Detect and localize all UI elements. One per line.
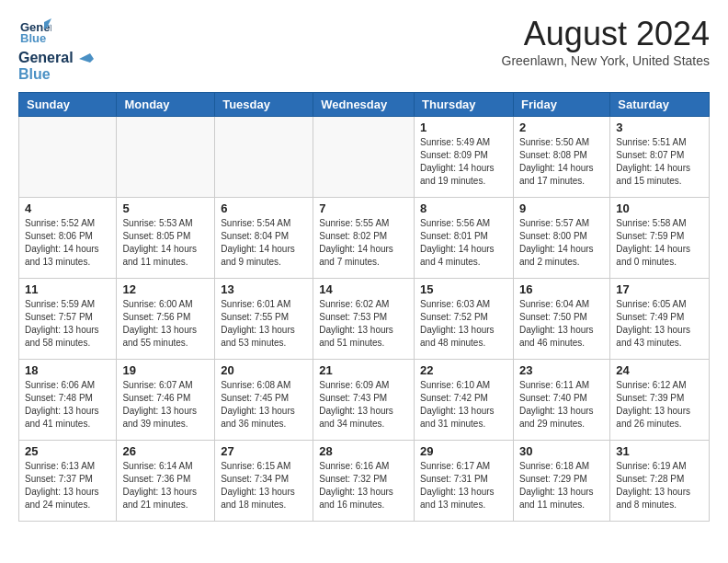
day-info: Sunrise: 5:52 AM Sunset: 8:06 PM Dayligh… [25, 217, 110, 269]
calendar-header-row: Sunday Monday Tuesday Wednesday Thursday… [19, 93, 710, 117]
day-info: Sunrise: 6:08 AM Sunset: 7:45 PM Dayligh… [221, 379, 307, 431]
day-number: 21 [319, 363, 408, 377]
calendar-cell: 4Sunrise: 5:52 AM Sunset: 8:06 PM Daylig… [19, 198, 117, 279]
day-info: Sunrise: 5:55 AM Sunset: 8:02 PM Dayligh… [319, 217, 408, 269]
day-number: 14 [319, 282, 408, 296]
day-number: 22 [420, 363, 507, 377]
calendar-table: Sunday Monday Tuesday Wednesday Thursday… [18, 92, 710, 522]
day-number: 15 [420, 282, 507, 296]
day-info: Sunrise: 6:16 AM Sunset: 7:32 PM Dayligh… [319, 460, 408, 511]
day-info: Sunrise: 6:10 AM Sunset: 7:42 PM Dayligh… [420, 379, 507, 431]
col-saturday: Saturday [610, 93, 710, 117]
day-info: Sunrise: 6:11 AM Sunset: 7:40 PM Dayligh… [519, 379, 604, 431]
calendar-cell: 28Sunrise: 6:16 AM Sunset: 7:32 PM Dayli… [313, 441, 415, 522]
calendar-week-3: 11Sunrise: 5:59 AM Sunset: 7:57 PM Dayli… [19, 279, 710, 360]
day-number: 20 [221, 363, 307, 377]
calendar-cell: 14Sunrise: 6:02 AM Sunset: 7:53 PM Dayli… [313, 279, 415, 360]
title-block: August 2024 Greenlawn, New York, United … [502, 15, 710, 68]
col-wednesday: Wednesday [313, 93, 415, 117]
day-info: Sunrise: 6:01 AM Sunset: 7:55 PM Dayligh… [221, 298, 307, 350]
calendar-body: 1Sunrise: 5:49 AM Sunset: 8:09 PM Daylig… [19, 117, 710, 522]
day-number: 16 [519, 282, 604, 296]
svg-marker-3 [79, 53, 97, 63]
day-info: Sunrise: 5:57 AM Sunset: 8:00 PM Dayligh… [519, 217, 604, 269]
calendar-cell: 3Sunrise: 5:51 AM Sunset: 8:07 PM Daylig… [610, 117, 710, 198]
calendar-cell: 8Sunrise: 5:56 AM Sunset: 8:01 PM Daylig… [415, 198, 514, 279]
calendar-cell [215, 117, 313, 198]
day-number: 3 [616, 121, 703, 134]
day-number: 4 [25, 201, 110, 215]
header: General Blue General Blue August 2024 Gr… [18, 15, 710, 83]
day-info: Sunrise: 6:04 AM Sunset: 7:50 PM Dayligh… [519, 298, 604, 350]
bird-icon [79, 53, 97, 64]
col-monday: Monday [117, 93, 215, 117]
calendar-cell [19, 117, 117, 198]
day-number: 27 [221, 444, 307, 458]
day-number: 10 [616, 201, 703, 215]
day-number: 28 [319, 444, 408, 458]
calendar-cell: 20Sunrise: 6:08 AM Sunset: 7:45 PM Dayli… [215, 360, 313, 441]
calendar-cell: 17Sunrise: 6:05 AM Sunset: 7:49 PM Dayli… [610, 279, 710, 360]
col-thursday: Thursday [415, 93, 514, 117]
day-number: 7 [319, 201, 408, 215]
calendar-cell: 22Sunrise: 6:10 AM Sunset: 7:42 PM Dayli… [415, 360, 514, 441]
day-info: Sunrise: 6:00 AM Sunset: 7:56 PM Dayligh… [122, 298, 209, 350]
day-number: 8 [420, 201, 507, 215]
calendar-cell [117, 117, 215, 198]
calendar-cell: 10Sunrise: 5:58 AM Sunset: 7:59 PM Dayli… [610, 198, 710, 279]
logo: General Blue General Blue [18, 15, 97, 83]
day-info: Sunrise: 5:49 AM Sunset: 8:09 PM Dayligh… [420, 136, 507, 188]
day-info: Sunrise: 6:12 AM Sunset: 7:39 PM Dayligh… [616, 379, 703, 431]
day-number: 30 [519, 444, 604, 458]
day-number: 24 [616, 363, 703, 377]
day-number: 11 [25, 282, 110, 296]
col-sunday: Sunday [19, 93, 117, 117]
day-number: 1 [420, 121, 507, 134]
day-number: 2 [519, 121, 604, 134]
day-info: Sunrise: 6:13 AM Sunset: 7:37 PM Dayligh… [25, 460, 110, 511]
day-info: Sunrise: 6:06 AM Sunset: 7:48 PM Dayligh… [25, 379, 110, 431]
calendar-cell: 11Sunrise: 5:59 AM Sunset: 7:57 PM Dayli… [19, 279, 117, 360]
calendar-cell: 2Sunrise: 5:50 AM Sunset: 8:08 PM Daylig… [513, 117, 609, 198]
day-number: 25 [25, 444, 110, 458]
calendar-cell: 27Sunrise: 6:15 AM Sunset: 7:34 PM Dayli… [215, 441, 313, 522]
calendar-week-1: 1Sunrise: 5:49 AM Sunset: 8:09 PM Daylig… [19, 117, 710, 198]
calendar-cell: 25Sunrise: 6:13 AM Sunset: 7:37 PM Dayli… [19, 441, 117, 522]
calendar-week-4: 18Sunrise: 6:06 AM Sunset: 7:48 PM Dayli… [19, 360, 710, 441]
day-number: 18 [25, 363, 110, 377]
logo-blue: Blue [18, 66, 51, 82]
calendar-week-2: 4Sunrise: 5:52 AM Sunset: 8:06 PM Daylig… [19, 198, 710, 279]
day-number: 9 [519, 201, 604, 215]
calendar-cell: 29Sunrise: 6:17 AM Sunset: 7:31 PM Dayli… [415, 441, 514, 522]
day-info: Sunrise: 5:51 AM Sunset: 8:07 PM Dayligh… [616, 136, 703, 188]
col-tuesday: Tuesday [215, 93, 313, 117]
day-info: Sunrise: 6:14 AM Sunset: 7:36 PM Dayligh… [122, 460, 209, 511]
day-info: Sunrise: 5:53 AM Sunset: 8:05 PM Dayligh… [122, 217, 209, 269]
calendar-cell: 24Sunrise: 6:12 AM Sunset: 7:39 PM Dayli… [610, 360, 710, 441]
day-info: Sunrise: 6:09 AM Sunset: 7:43 PM Dayligh… [319, 379, 408, 431]
day-info: Sunrise: 6:15 AM Sunset: 7:34 PM Dayligh… [221, 460, 307, 511]
day-info: Sunrise: 6:03 AM Sunset: 7:52 PM Dayligh… [420, 298, 507, 350]
day-info: Sunrise: 6:18 AM Sunset: 7:29 PM Dayligh… [519, 460, 604, 511]
calendar-cell: 16Sunrise: 6:04 AM Sunset: 7:50 PM Dayli… [513, 279, 609, 360]
calendar-cell: 9Sunrise: 5:57 AM Sunset: 8:00 PM Daylig… [513, 198, 609, 279]
logo-icon: General Blue [18, 15, 51, 48]
day-number: 5 [122, 201, 209, 215]
day-info: Sunrise: 6:02 AM Sunset: 7:53 PM Dayligh… [319, 298, 408, 350]
day-info: Sunrise: 6:17 AM Sunset: 7:31 PM Dayligh… [420, 460, 507, 511]
calendar-cell [313, 117, 415, 198]
calendar-cell: 15Sunrise: 6:03 AM Sunset: 7:52 PM Dayli… [415, 279, 514, 360]
calendar-cell: 1Sunrise: 5:49 AM Sunset: 8:09 PM Daylig… [415, 117, 514, 198]
day-number: 13 [221, 282, 307, 296]
day-info: Sunrise: 5:54 AM Sunset: 8:04 PM Dayligh… [221, 217, 307, 269]
day-number: 19 [122, 363, 209, 377]
svg-text:Blue: Blue [20, 31, 46, 45]
page-title: August 2024 [502, 15, 710, 53]
calendar-cell: 6Sunrise: 5:54 AM Sunset: 8:04 PM Daylig… [215, 198, 313, 279]
calendar-cell: 7Sunrise: 5:55 AM Sunset: 8:02 PM Daylig… [313, 198, 415, 279]
calendar-cell: 26Sunrise: 6:14 AM Sunset: 7:36 PM Dayli… [117, 441, 215, 522]
calendar-cell: 30Sunrise: 6:18 AM Sunset: 7:29 PM Dayli… [513, 441, 609, 522]
page: General Blue General Blue August 2024 Gr… [0, 0, 728, 531]
day-info: Sunrise: 5:50 AM Sunset: 8:08 PM Dayligh… [519, 136, 604, 188]
day-number: 26 [122, 444, 209, 458]
